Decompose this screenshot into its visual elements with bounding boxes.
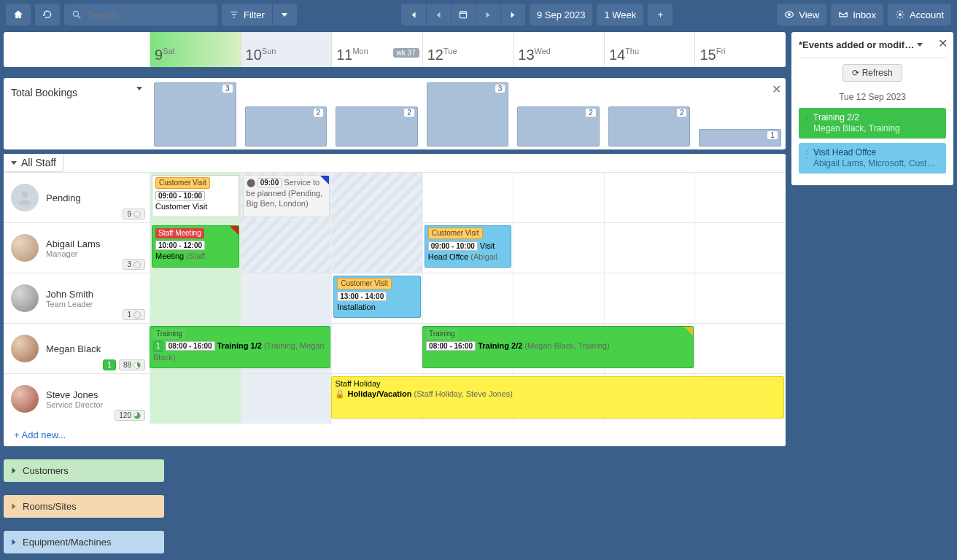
event[interactable]: Customer Visit 09:00 - 10:00 Visit Head … [425, 225, 512, 268]
nav-prev-fast[interactable] [401, 4, 426, 26]
chevron-left-icon [437, 12, 441, 18]
category-rooms[interactable]: Rooms/Sites [4, 495, 164, 518]
calendar-header: September 2023 9Sat10Sun11Monwk 3712Tue1… [4, 32, 786, 67]
category-label: Rooms/Sites [23, 501, 77, 512]
date-nav [401, 4, 525, 26]
filter-dropdown[interactable] [272, 4, 297, 26]
category-label: Equipment/Machines [23, 537, 111, 548]
event-title: Holiday/Vacation [347, 389, 411, 398]
date-display[interactable]: 9 Sep 2023 [530, 4, 593, 26]
eye-icon [784, 9, 794, 20]
event[interactable]: ⬤ 09:00 Service to be planned (Pending, … [243, 175, 330, 217]
add-new-resource[interactable]: + Add new... [4, 424, 786, 446]
drag-grip-icon: ⋮⋮ [802, 114, 821, 125]
event-sub: (Megan Black, Training) [524, 341, 609, 350]
category-customers[interactable]: Customers [4, 459, 164, 482]
day-header[interactable]: 12Tue [422, 32, 514, 67]
booking-bar[interactable]: 2 [336, 106, 418, 147]
filter-group: Filter [222, 4, 297, 26]
count-badge: 120 [115, 410, 145, 421]
side-refresh-button[interactable]: ⟳ Refresh [842, 64, 902, 82]
date-label: 9 Sep 2023 [537, 9, 586, 20]
event[interactable]: Staff Holiday 🔒 Holiday/Vacation (Staff … [331, 376, 784, 419]
event-time: 08:00 - 16:00 [166, 341, 215, 351]
event-badge: 1 [153, 341, 163, 352]
group-label: All Staff [21, 157, 56, 168]
view-button[interactable]: View [777, 4, 826, 26]
event-title: Customer Visit [155, 202, 207, 211]
avatar [11, 385, 39, 413]
add-view-button[interactable]: ＋ [648, 4, 673, 26]
inbox-button[interactable]: Inbox [831, 4, 883, 26]
svg-point-0 [73, 11, 78, 16]
booking-bar[interactable]: 2 [608, 106, 691, 147]
event-time: 09:00 - 10:00 [155, 191, 205, 201]
day-header[interactable]: 14Thu [604, 32, 695, 67]
nav-next-fast[interactable] [500, 4, 525, 26]
booking-bar[interactable]: 2 [517, 106, 600, 147]
range-label: 1 Week [604, 9, 636, 20]
refresh-button[interactable] [35, 4, 60, 26]
event[interactable]: Staff Meeting 10:00 - 12:00 Meeting (Sta… [152, 225, 239, 268]
nav-prev[interactable] [426, 4, 451, 26]
home-button[interactable] [6, 4, 31, 26]
nav-calendar[interactable] [451, 4, 476, 26]
count-badge: 1 [103, 359, 116, 370]
chevron-left-icon [411, 12, 415, 18]
day-header[interactable]: 13Wed [513, 32, 604, 67]
count-badge: 88 [119, 359, 145, 370]
gear-icon [895, 9, 905, 20]
event-sub: (Staff [186, 252, 205, 260]
event[interactable]: Training 08:00 - 16:00 Training 2/2 (Meg… [422, 326, 693, 368]
drag-grip-icon: ⋮⋮ [802, 149, 821, 160]
nav-next[interactable] [476, 4, 500, 26]
day-header[interactable]: 11Monwk 37 [331, 32, 422, 67]
resource-title: Team Leader [46, 300, 93, 308]
booking-bar[interactable]: 3 [427, 82, 509, 147]
corner-flag-icon [230, 226, 239, 235]
strip-title: Total Bookings [11, 87, 77, 98]
view-label: View [799, 9, 819, 20]
side-event[interactable]: ⋮⋮ Visit Head Offce Abigail Lams, Micros… [799, 143, 946, 174]
event-title: Installation [337, 303, 376, 311]
chevron-right-icon [487, 12, 490, 18]
calendar-icon [458, 9, 468, 20]
svg-point-5 [899, 13, 902, 16]
account-label: Account [910, 9, 944, 20]
count-badge: 3 [123, 259, 145, 270]
filter-label: Filter [244, 9, 265, 20]
booking-bar[interactable]: 2 [245, 106, 328, 147]
filter-icon [229, 9, 239, 20]
day-header[interactable]: 9Sat [150, 32, 241, 67]
event[interactable]: Training 1 08:00 - 16:00 Training 1/2 (T… [150, 326, 330, 368]
chevron-right-icon [511, 12, 515, 18]
day-header[interactable]: 10Sun [241, 32, 332, 67]
corner-flag-icon [320, 176, 329, 184]
event-tag: Training [426, 329, 458, 339]
account-button[interactable]: Account [888, 4, 951, 26]
event-time: 13:00 - 14:00 [337, 292, 387, 301]
booking-bar[interactable]: 1 [699, 129, 781, 147]
filter-button[interactable]: Filter [222, 4, 272, 26]
resource-name: Abigail Lams [46, 238, 100, 249]
count-badge: 1 [123, 309, 145, 320]
chevron-down-icon[interactable] [136, 87, 142, 90]
chevron-down-icon[interactable] [917, 43, 923, 47]
group-all-staff[interactable]: All Staff [4, 154, 64, 172]
event[interactable]: Customer Visit 09:00 - 10:00 Customer Vi… [152, 175, 239, 217]
booking-bar[interactable]: 3 [154, 82, 236, 147]
avatar [11, 184, 39, 211]
day-header[interactable]: 15Fri [694, 32, 786, 67]
search-input[interactable] [88, 9, 210, 20]
category-equipment[interactable]: Equipment/Machines [4, 531, 164, 553]
count-badge: 9 [123, 209, 145, 219]
event[interactable]: Customer Visit 13:00 - 14:00 Installatio… [333, 276, 421, 318]
chevron-right-icon [12, 540, 16, 545]
range-select[interactable]: 1 Week [597, 4, 643, 26]
event-sub: (Staff Holiday, Steve Jones) [414, 389, 513, 398]
resource-name: Megan Black [46, 343, 101, 354]
side-event[interactable]: ⋮⋮ Training 2/2 Megan Black, Training [799, 108, 946, 139]
event-title: Training 1/2 [217, 341, 262, 350]
search-box[interactable] [64, 4, 217, 26]
close-side-panel[interactable]: ✕ [938, 36, 948, 50]
